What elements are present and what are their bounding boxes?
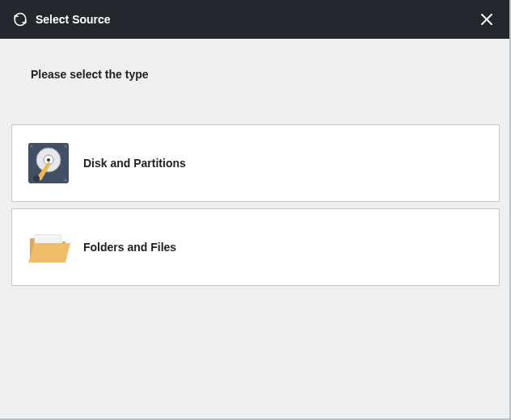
- option-folders-files[interactable]: Folders and Files: [11, 208, 500, 286]
- close-button[interactable]: [475, 8, 498, 31]
- close-icon: [479, 12, 494, 27]
- svg-point-10: [64, 145, 66, 147]
- option-label: Folders and Files: [83, 241, 176, 254]
- option-label: Disk and Partitions: [83, 157, 186, 170]
- app-logo-icon: [13, 12, 27, 27]
- hard-disk-icon: [25, 140, 72, 187]
- options-container: Disk and Partitions Folders and Files: [0, 124, 511, 292]
- folder-open-icon: [25, 224, 72, 271]
- dialog-body: Please select the type: [0, 39, 511, 292]
- instruction-text: Please select the type: [0, 39, 511, 81]
- svg-point-6: [47, 158, 50, 162]
- svg-point-11: [64, 178, 66, 181]
- dialog-title: Select Source: [36, 13, 475, 26]
- option-disk-partitions[interactable]: Disk and Partitions: [11, 124, 500, 202]
- svg-point-8: [33, 175, 40, 182]
- dialog-header: Select Source: [0, 0, 511, 39]
- svg-point-9: [30, 145, 32, 147]
